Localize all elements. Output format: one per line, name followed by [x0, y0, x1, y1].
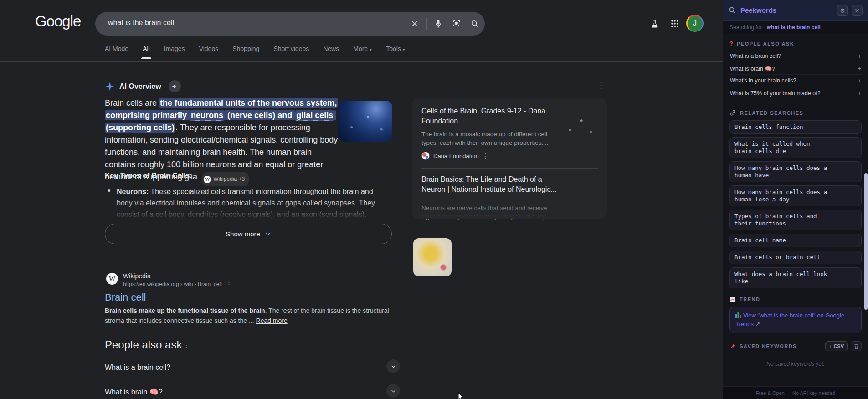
- clear-saved-button[interactable]: [851, 341, 862, 351]
- download-icon: ↓: [829, 343, 832, 349]
- google-lens-icon[interactable]: [451, 18, 462, 29]
- related-search-chip[interactable]: How many brain cells does a human have: [729, 161, 862, 182]
- source-citation-badge[interactable]: WWikipedia +3: [202, 172, 249, 186]
- google-trends-link[interactable]: View "what is the brain cell" on Google …: [729, 307, 862, 333]
- close-panel-button[interactable]: ✕: [852, 5, 863, 16]
- tab-shopping[interactable]: Shopping: [232, 45, 259, 59]
- paa-expand-button[interactable]: [386, 359, 400, 373]
- neurons-bullet: Neurons: These specialized cells transmi…: [117, 186, 390, 220]
- results-divider: [105, 255, 607, 255]
- labs-flask-icon[interactable]: [649, 18, 661, 30]
- sidebar-paa-item[interactable]: What is 75% of your brain made of?+: [728, 87, 863, 99]
- source-snippet: Neurons are nerve cells that send and re…: [421, 204, 558, 221]
- tab-tools[interactable]: Tools▾: [386, 45, 405, 59]
- plus-icon[interactable]: +: [858, 53, 861, 60]
- result-menu-icon[interactable]: ⋮: [226, 281, 232, 287]
- peekwords-extension-panel: Peekwords ⚙ ✕ Searching for: what is the…: [723, 0, 868, 399]
- source-link-title[interactable]: Cells of the Brain, Grades 9-12 - Dana F…: [421, 106, 558, 126]
- plus-icon[interactable]: +: [858, 65, 861, 72]
- paa-question[interactable]: What is brain 🧠?: [105, 388, 163, 396]
- related-search-chip[interactable]: How many brain cells does a human lose a…: [729, 185, 862, 206]
- ai-overview-label: AI Overview: [119, 82, 161, 91]
- related-searches-list: Brain cells function What is it called w…: [723, 119, 868, 294]
- google-search-page: Google what is the brain cell ✕ J AI Mod…: [0, 0, 868, 399]
- tab-news[interactable]: News: [323, 45, 339, 59]
- search-submit-icon[interactable]: [469, 18, 480, 29]
- link-icon: [729, 109, 736, 116]
- question-mark-icon: ?: [729, 40, 733, 47]
- ai-overview-thumbnail[interactable]: [338, 101, 392, 142]
- source-link-title[interactable]: Brain Basics: The Life and Death of a Ne…: [421, 174, 558, 194]
- tab-videos[interactable]: Videos: [199, 45, 219, 59]
- ai-overview-menu-icon[interactable]: ⋮: [597, 80, 605, 90]
- chevron-down-icon: [265, 231, 271, 237]
- source-menu-icon[interactable]: ⋮: [483, 152, 489, 159]
- key-types-heading: Key Types of Brain Cells:: [105, 172, 192, 180]
- ai-overview-sources-card: Cells of the Brain, Grades 9-12 - Dana F…: [412, 98, 607, 219]
- search-input[interactable]: what is the brain cell: [108, 19, 174, 27]
- ai-sparkle-icon: [105, 82, 115, 92]
- plus-icon[interactable]: +: [858, 77, 861, 84]
- microphone-icon[interactable]: [433, 18, 444, 29]
- source-thumbnail[interactable]: [413, 238, 452, 276]
- saved-keywords-header: SAVED KEYWORDS ↓CSV: [723, 338, 868, 354]
- search-bar[interactable]: what is the brain cell ✕: [95, 12, 485, 36]
- trend-chart-icon: [729, 296, 736, 302]
- result-snippet: Brain cells make up the functional tissu…: [105, 306, 399, 326]
- related-searches-header: RELATED SEARCHES: [723, 103, 868, 119]
- glial-cells-link[interactable]: glial cells: [295, 110, 334, 121]
- show-more-button[interactable]: Show more: [105, 224, 392, 244]
- bar-chart-icon: [735, 312, 741, 318]
- paa-expand-button[interactable]: [386, 384, 400, 398]
- related-search-chip[interactable]: Brain cells function: [729, 120, 862, 134]
- sidebar-paa-item[interactable]: What is a brain cell?+: [728, 50, 863, 62]
- source-name: Dana Foundation: [433, 153, 479, 159]
- result-url: https://en.wikipedia.org › wiki › Brain_…: [123, 281, 232, 287]
- tab-ai-mode[interactable]: AI Mode: [105, 45, 128, 59]
- empty-saved-message: No saved keywords yet.: [723, 361, 868, 367]
- sidebar-scrollbar[interactable]: [864, 173, 868, 310]
- account-avatar[interactable]: J: [686, 15, 704, 32]
- listen-speaker-button[interactable]: [169, 80, 181, 92]
- paa-section-header: ? PEOPLE ALSO ASK: [723, 34, 868, 50]
- peekwords-title: Peekwords: [740, 6, 776, 14]
- bullet-dot: [108, 189, 110, 192]
- para-lead: Brain cells are: [105, 98, 159, 107]
- related-search-chip[interactable]: Brain cells or brain cell: [729, 251, 862, 264]
- paa-menu-icon[interactable]: ⋮: [183, 341, 190, 348]
- chevron-down-icon: ▾: [403, 47, 405, 52]
- trend-section-header: TREND: [723, 294, 868, 306]
- result-source-name[interactable]: Wikipedia: [123, 272, 151, 280]
- google-apps-grid-icon[interactable]: [669, 18, 681, 30]
- chevron-down-icon: [390, 388, 396, 394]
- peekwords-header: Peekwords ⚙ ✕: [723, 0, 868, 21]
- tab-more[interactable]: More▾: [353, 45, 372, 59]
- current-query: what is the brain cell: [767, 24, 821, 31]
- mouse-cursor: [458, 393, 465, 399]
- dana-foundation-favicon: [421, 152, 430, 160]
- google-logo[interactable]: Google: [35, 13, 81, 30]
- tab-all[interactable]: All: [143, 45, 150, 59]
- tab-short-videos[interactable]: Short videos: [273, 45, 309, 59]
- related-search-chip[interactable]: Brain cell name: [729, 234, 862, 247]
- tab-images[interactable]: Images: [164, 45, 185, 59]
- sidebar-paa-item[interactable]: What's in your brain cells?+: [728, 75, 863, 87]
- searching-for-label: Searching for:: [729, 24, 764, 31]
- trash-icon: [854, 343, 859, 349]
- related-search-chip[interactable]: What does a brain cell look like: [729, 267, 862, 288]
- plus-icon[interactable]: +: [858, 90, 861, 97]
- paa-question[interactable]: What is a brain cell?: [105, 363, 170, 372]
- neurons-link[interactable]: neurons: [190, 110, 224, 121]
- read-more-link[interactable]: Read more: [256, 317, 288, 324]
- tabs-divider: [0, 61, 723, 62]
- settings-gear-button[interactable]: ⚙: [837, 5, 848, 16]
- sidebar-paa-item[interactable]: What is brain 🧠?+: [728, 62, 863, 75]
- source-thumbnail[interactable]: [560, 106, 599, 143]
- paa-divider: [105, 381, 401, 381]
- related-search-chip[interactable]: What is it called when brain cells die: [729, 137, 862, 158]
- related-search-chip[interactable]: Types of brain cells and their functions: [729, 210, 862, 230]
- result-title-link[interactable]: Brain cell: [105, 292, 146, 303]
- clear-search-icon[interactable]: ✕: [409, 18, 420, 29]
- export-csv-button[interactable]: ↓CSV: [825, 341, 848, 351]
- wikipedia-favicon: W: [204, 176, 211, 183]
